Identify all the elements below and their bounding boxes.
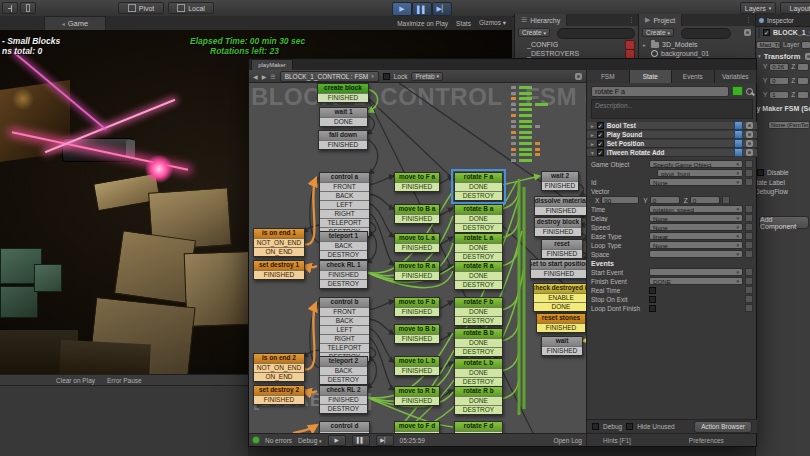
field-dropdown[interactable]: pivot_front▾ — [657, 169, 743, 177]
menu-icon[interactable]: ☰ — [270, 73, 275, 80]
gameobject-active-checkbox[interactable] — [763, 29, 770, 36]
fsm-transition-left[interactable]: LEFT — [320, 325, 369, 334]
field-dropdown[interactable]: rotation_speed▾ — [649, 205, 743, 213]
action-browser-button[interactable]: Action Browser — [694, 421, 752, 433]
axis-y-field[interactable]: 0 — [650, 196, 680, 204]
fsm-node-check-RL-2[interactable]: check RL 2FINISHEDDESTROY — [319, 385, 368, 414]
fsm-transition-finished[interactable]: FINISHED — [320, 270, 367, 279]
nav-back-icon[interactable]: ◀ — [253, 73, 258, 80]
prefab-dropdown[interactable]: Prefab▾ — [411, 72, 443, 81]
fsm-transition-destroy[interactable]: DESTROY — [455, 347, 502, 356]
fsm-transition-finished[interactable]: FINISHED — [318, 93, 368, 102]
fsm-transition-finished[interactable]: FINISHED — [319, 140, 367, 149]
playmaker-settings-icon[interactable] — [575, 73, 582, 80]
fsm-transition-finished[interactable]: FINISHED — [542, 346, 582, 355]
fsm-node-set-to-start-position[interactable]: set to start positionFINISHED — [530, 259, 586, 279]
fsm-transition-finished[interactable]: FINISHED — [537, 323, 585, 332]
project-settings-icon[interactable] — [744, 29, 751, 36]
fsm-node-move-to-L-b[interactable]: move to L bFINISHED — [394, 356, 440, 376]
maximize-on-play-toggle[interactable]: Maximize on Play — [397, 20, 448, 27]
play-button[interactable]: ▶ — [392, 2, 412, 16]
action-enabled-checkbox[interactable] — [597, 122, 604, 129]
fsm-transition-destroy[interactable]: DESTROY — [455, 280, 502, 289]
fsm-transition-finished[interactable]: FINISHED — [531, 269, 586, 278]
action-row-bool-test[interactable]: ▸Bool Test — [587, 122, 757, 130]
fsm-node-set-destroy-2[interactable]: set destroy 2FINISHED — [253, 385, 305, 405]
fsm-transition-done[interactable]: DONE — [455, 307, 502, 316]
fsm-node-move-to-F-d[interactable]: move to F dFINISHED — [394, 421, 440, 433]
field-dropdown[interactable]: None▾ — [649, 178, 743, 186]
fsm-node-move-to-F-b[interactable]: move to F bFINISHED — [394, 297, 440, 317]
fsm-node-move-to-B-b[interactable]: move to B bFINISHED — [394, 324, 440, 344]
field-mini-button[interactable] — [745, 232, 753, 240]
fsm-node-rotate-L-a[interactable]: rotate L aDONEDESTROY — [454, 233, 503, 262]
field-mini-button[interactable] — [745, 268, 753, 276]
fsm-transition-finished[interactable]: FINISHED — [395, 307, 439, 316]
fsm-node-is-on-end-1[interactable]: is on end 1NOT_ON_ENDON_END — [253, 228, 305, 257]
fsm-transition-destroy[interactable]: DESTROY — [455, 316, 502, 325]
fsm-transition-not_on_end[interactable]: NOT_ON_END — [254, 238, 304, 247]
fsm-node-control-d[interactable]: control dFRONT — [319, 421, 370, 433]
fsm-transition-destroy[interactable]: DESTROY — [320, 250, 367, 259]
field-mini-button[interactable] — [745, 214, 753, 222]
project-item-3D_Models[interactable]: ▸3D_Models — [643, 40, 752, 49]
fsm-transition-destroy[interactable]: DESTROY — [455, 191, 502, 200]
stats-toggle[interactable]: Stats — [456, 20, 471, 27]
fsm-node-rotate-L-b[interactable]: rotate L bDONEDESTROY — [454, 358, 503, 387]
field-checkbox[interactable] — [649, 305, 656, 312]
tab-project[interactable]: ▶Project — [639, 14, 682, 26]
hierarchy-search-input[interactable] — [557, 28, 635, 39]
field-dropdown[interactable]: Specify Game Object▾ — [649, 160, 743, 168]
hints-button[interactable]: Hints [F1] — [603, 437, 631, 444]
panel-tab-fsm[interactable]: FSM — [587, 70, 630, 83]
fsm-transition-destroy[interactable]: DESTROY — [320, 404, 367, 413]
fsm-node-move-to-R-b[interactable]: move to R bFINISHED — [394, 386, 440, 406]
fsm-transition-front[interactable]: FRONT — [320, 182, 369, 191]
tab-game[interactable]: ◂Game — [44, 16, 106, 30]
open-log-button[interactable]: Open Log — [553, 437, 582, 444]
fsm-node-fall-down[interactable]: fall downFINISHED — [318, 130, 368, 150]
fsm-node-rotate-R-a[interactable]: rotate R aDONEDESTROY — [454, 261, 503, 290]
fsm-node-move-to-L-a[interactable]: move to L aFINISHED — [394, 233, 440, 253]
fsm-node-rotate-B-b[interactable]: rotate B bDONEDESTROY — [454, 328, 503, 357]
fsm-node-reset[interactable]: resetFINISHED — [541, 239, 583, 259]
move-tool-button[interactable] — [2, 2, 18, 14]
gameobject-name[interactable]: BLOCK_1_CONTROL — [773, 29, 810, 36]
transform-header[interactable]: ▾ Transform — [756, 51, 810, 61]
fsm-node-is-on-end-2[interactable]: is on end 2NOT_ON_ENDON_END — [253, 353, 305, 382]
fsm-node-wait-1[interactable]: wait 1DONE — [319, 107, 368, 127]
hierarchy-item-_DESTROYERS[interactable]: _DESTROYERS — [519, 49, 635, 58]
gizmos-dropdown[interactable]: Gizmos ▾ — [479, 19, 506, 27]
fsm-transition-destroy[interactable]: DESTROY — [455, 405, 502, 414]
fsm-node-rotate-R-b[interactable]: rotate R bDONEDESTROY — [454, 386, 503, 415]
fsm-node-teleport-1[interactable]: teleport 1BACKDESTROY — [319, 231, 368, 260]
field-checkbox[interactable] — [649, 287, 656, 294]
layer-dropdown[interactable] — [801, 41, 810, 49]
panel-tab-events[interactable]: Events — [672, 70, 715, 83]
fsm-transition-right[interactable]: RIGHT — [320, 209, 369, 218]
field-mini-button[interactable] — [745, 223, 753, 231]
axis-z-field[interactable] — [797, 63, 809, 71]
clear-on-play-toggle[interactable]: Clear on Play — [56, 377, 95, 384]
field-mini-button[interactable] — [745, 295, 753, 303]
layout-dropdown[interactable]: Layout — [780, 2, 810, 14]
field-dropdown[interactable]: None▾ — [649, 223, 743, 231]
pivot-button[interactable]: Pivot — [118, 2, 164, 14]
axis-z-field[interactable] — [797, 77, 809, 85]
fsm-transition-finished[interactable]: FINISHED — [395, 334, 439, 343]
action-enabled-checkbox[interactable] — [597, 149, 604, 156]
transform-gear-icon[interactable] — [805, 53, 810, 60]
fsm-node-destroy-block[interactable]: destroy blockFINISHED — [534, 217, 582, 237]
fsm-transition-done[interactable]: DONE — [320, 117, 367, 126]
field-mini-button[interactable] — [745, 160, 753, 168]
field-dropdown[interactable]: DONE▾ — [649, 277, 743, 285]
action-gear-icon[interactable] — [746, 140, 753, 147]
debug-checkbox[interactable] — [592, 423, 599, 430]
field-dropdown[interactable]: None▾ — [649, 241, 743, 249]
tab-hierarchy[interactable]: ☰Hierarchy — [515, 14, 567, 26]
action-enabled-checkbox[interactable] — [597, 131, 604, 138]
axis-y-field[interactable]: 1 — [769, 91, 789, 99]
fsm-node-move-to-B-a[interactable]: move to B aFINISHED — [394, 204, 440, 224]
action-gear-icon[interactable] — [746, 122, 753, 129]
fsm-transition-on_end[interactable]: ON_END — [254, 372, 304, 381]
